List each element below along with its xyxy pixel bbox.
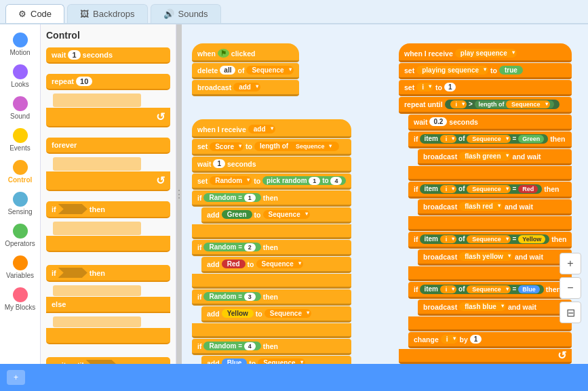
if-body-random1: add Green to Sequence (192, 207, 351, 224)
block-broadcast-flash-red[interactable]: broadcast flash red and wait (418, 199, 572, 215)
code-tab-icon: ⚙ (18, 9, 26, 19)
block-if-yellow[interactable]: if item i of Sequence = Yellow then (408, 232, 572, 249)
zoom-in-button[interactable]: + (560, 253, 581, 274)
sidebar-item-looks[interactable]: Looks (0, 62, 40, 91)
sounds-tab-icon: 🔊 (163, 9, 174, 19)
motion-dot (13, 33, 28, 47)
group-receive-add: when I receive add set Score to length o… (192, 119, 351, 364)
block-add-red[interactable]: add Red to Sequence (201, 257, 351, 273)
looks-dot (13, 64, 28, 79)
sidebar-item-events[interactable]: Events (0, 125, 40, 155)
forever-cap: ↺ (46, 171, 170, 191)
sidebar-item-sound[interactable]: Sound (0, 94, 40, 123)
block-set-i-1[interactable]: set i to 1 (399, 80, 572, 96)
wait-until-block[interactable]: wait until (46, 357, 170, 364)
block-if-random1[interactable]: if Random = 1 then (192, 190, 351, 207)
sidebar-label-looks: Looks (11, 81, 29, 88)
forever-block[interactable]: forever (46, 138, 170, 154)
block-wait-1[interactable]: wait 1 seconds (192, 157, 351, 173)
code-tab-label: Code (31, 9, 52, 19)
block-set-score[interactable]: set Score to length of Sequence (192, 139, 351, 156)
canvas-controls: + − ⊟ (560, 253, 581, 323)
block-broadcast-flash-yellow[interactable]: broadcast flash yellow and wait (418, 249, 572, 266)
wait-block[interactable]: wait 1 seconds (46, 47, 170, 64)
sidebar-label-motion: Motion (9, 49, 30, 56)
repeat-block-group: repeat 10 ↺ (46, 74, 170, 131)
sidebar: Motion Looks Sound Events Control Sensin… (0, 24, 41, 364)
block-add-blue[interactable]: add Blue to Sequence (201, 356, 351, 364)
tab-sounds[interactable]: 🔊 Sounds (151, 4, 221, 23)
block-if-random4[interactable]: if Random = 4 then (192, 339, 351, 355)
block-set-random[interactable]: set Random to pick random 1 to 4 (192, 173, 351, 190)
block-delete-all[interactable]: delete all of Sequence (192, 63, 299, 79)
variables-dot (13, 255, 28, 270)
repeat-body: wait 0.2 seconds if item i of Sequence =… (399, 115, 572, 348)
group-flag-clicked: when ⚑ clicked delete all of Sequence br… (192, 43, 299, 97)
forever-block-group: forever ↺ (46, 138, 170, 194)
myblocks-dot (13, 287, 28, 302)
if-cap (46, 236, 170, 252)
block-if-random2[interactable]: if Random = 2 then (192, 240, 351, 256)
if-body-green: broadcast flash green and wait (408, 149, 572, 165)
sidebar-item-operators[interactable]: Operators (0, 221, 40, 250)
canvas-area[interactable]: when ⚑ clicked delete all of Sequence br… (182, 24, 588, 364)
if-body-random2: add Red to Sequence (192, 257, 351, 273)
tab-code[interactable]: ⚙ Code (5, 4, 64, 23)
sidebar-label-variables: Variables (6, 272, 34, 279)
block-receive-play-seq[interactable]: when I receive play sequence (399, 43, 572, 62)
block-when-flag[interactable]: when ⚑ clicked (192, 43, 299, 62)
if-else-block[interactable]: if then (46, 265, 170, 282)
block-add-yellow[interactable]: add Yellow to Sequence (201, 306, 351, 323)
events-dot (13, 128, 28, 143)
repeat-cap: ↺ (399, 349, 572, 364)
block-wait-02[interactable]: wait 0.2 seconds (408, 115, 572, 131)
block-if-green[interactable]: if item i of Sequence = Green then (408, 131, 572, 148)
block-broadcast-flash-green[interactable]: broadcast flash green and wait (418, 149, 572, 165)
wait-block-group: wait 1 seconds (46, 47, 170, 67)
add-extension-button[interactable]: + (7, 370, 25, 385)
sidebar-item-variables[interactable]: Variables (0, 253, 40, 282)
sidebar-label-events: Events (9, 144, 31, 152)
if-cap-red (408, 216, 572, 231)
sidebar-label-sound: Sound (10, 112, 30, 120)
bottom-toolbar: + (0, 364, 588, 391)
sidebar-label-sensing: Sensing (7, 208, 32, 215)
if-cap-random2 (192, 274, 351, 289)
block-broadcast-add[interactable]: broadcast add (192, 80, 299, 96)
block-if-blue[interactable]: if item i of Sequence = Blue then (408, 282, 572, 299)
sidebar-label-operators: Operators (5, 240, 35, 247)
block-set-playing-true[interactable]: set playing sequence to true (399, 63, 572, 79)
if-body-blue: broadcast flash blue and wait (408, 300, 572, 316)
sidebar-item-motion[interactable]: Motion (0, 30, 40, 59)
control-dot (13, 160, 28, 175)
if-cap-random1 (192, 224, 351, 239)
blocks-panel-title: Control (46, 30, 170, 41)
zoom-out-button[interactable]: − (560, 277, 581, 299)
sidebar-item-sensing[interactable]: Sensing (0, 189, 40, 218)
sidebar-item-control[interactable]: Control (0, 157, 40, 186)
if-body-red: broadcast flash red and wait (408, 199, 572, 215)
if-else-cap (46, 328, 170, 344)
else-label-block: else (46, 297, 170, 313)
block-change-i[interactable]: change i by 1 (408, 332, 572, 348)
if-block[interactable]: if then (46, 201, 170, 218)
if-body-random4: add Blue to Sequence (192, 356, 351, 364)
blocks-panel: Control wait 1 seconds repeat 10 ↺ (41, 24, 176, 364)
sound-dot (13, 96, 28, 111)
block-broadcast-flash-blue[interactable]: broadcast flash blue and wait (418, 300, 572, 316)
repeat-block[interactable]: repeat 10 (46, 74, 170, 90)
sidebar-item-myblocks[interactable]: My Blocks (0, 285, 40, 314)
block-if-red[interactable]: if item i of Sequence = Red then (408, 182, 572, 199)
sidebar-label-myblocks: My Blocks (5, 304, 36, 311)
block-repeat-until[interactable]: repeat until i > length of Sequence (399, 97, 572, 114)
sidebar-label-control: Control (8, 176, 33, 184)
fullscreen-button[interactable]: ⊟ (560, 302, 581, 323)
repeat-cap: ↺ (46, 108, 170, 127)
if-then-block-group: if then (46, 201, 170, 258)
sensing-dot (13, 192, 28, 207)
main-content: Motion Looks Sound Events Control Sensin… (0, 24, 588, 364)
block-if-random3[interactable]: if Random = 3 then (192, 289, 351, 306)
block-receive-add[interactable]: when I receive add (192, 119, 351, 138)
block-add-green[interactable]: add Green to Sequence (201, 207, 351, 224)
tab-backdrops[interactable]: 🖼 Backdrops (67, 4, 147, 23)
